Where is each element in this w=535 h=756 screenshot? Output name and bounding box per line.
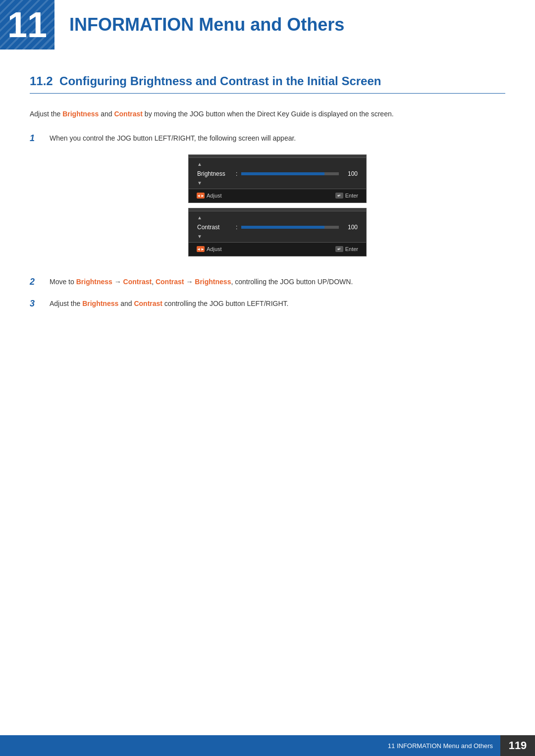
- intro-brightness-highlight: Brightness: [62, 110, 99, 118]
- osd-contrast-adjust-item: ◄► Adjust: [197, 245, 222, 254]
- step2-brightness2: Brightness: [195, 278, 231, 286]
- osd-adjust-icon: ◄►: [197, 193, 205, 199]
- section-heading: Configuring Brightness and Contrast in t…: [59, 74, 381, 88]
- main-content: 11.2 Configuring Brightness and Contrast…: [0, 64, 535, 349]
- osd-contrast-arrow-down: ▼: [197, 234, 360, 239]
- osd-brightness-screen: ▲ Brightness : 100 ▼ ◄►: [188, 154, 367, 203]
- osd-brightness-arrow-down: ▼: [197, 181, 360, 186]
- osd-contrast-adjust-label: Adjust: [207, 245, 222, 254]
- osd-brightness-fill: [241, 172, 324, 175]
- footer-chapter-text: 11 INFORMATION Menu and Others: [388, 742, 500, 750]
- step-1-number: 1: [30, 133, 50, 144]
- osd-contrast-bar: [241, 226, 339, 229]
- osd-contrast-footer: ◄► Adjust ↵ Enter: [189, 242, 366, 256]
- osd-brightness-arrow-up: ▲: [197, 162, 360, 167]
- section-number: 11.2: [30, 74, 53, 88]
- step-3: 3 Adjust the Brightness and Contrast con…: [30, 298, 505, 310]
- chapter-title: INFORMATION Menu and Others: [54, 0, 344, 50]
- osd-brightness-label: Brightness: [197, 169, 232, 179]
- step3-contrast: Contrast: [134, 300, 162, 307]
- osd-adjust-label: Adjust: [207, 191, 222, 201]
- osd-brightness-row: Brightness : 100: [195, 167, 360, 181]
- osd-contrast-adjust-icon: ◄►: [197, 246, 205, 252]
- step-1-text: When you control the JOG button LEFT/RIG…: [50, 134, 296, 142]
- osd-contrast-row: Contrast : 100: [195, 220, 360, 234]
- step3-brightness: Brightness: [82, 300, 118, 307]
- intro-paragraph: Adjust the Brightness and Contrast by mo…: [30, 108, 505, 120]
- page-footer: 11 INFORMATION Menu and Others 119: [0, 735, 535, 756]
- chapter-number: 11: [7, 7, 47, 43]
- step-3-number: 3: [30, 299, 50, 309]
- osd-contrast-value: 100: [343, 222, 358, 232]
- osd-brightness-footer: ◄► Adjust ↵ Enter: [189, 189, 366, 202]
- step-1: 1 When you control the JOG button LEFT/R…: [30, 133, 505, 266]
- section-title: 11.2 Configuring Brightness and Contrast…: [30, 74, 505, 94]
- step2-brightness1: Brightness: [76, 278, 112, 286]
- step2-contrast1: Contrast: [123, 278, 152, 286]
- osd-contrast-enter-item: ↵ Enter: [335, 245, 358, 254]
- osd-enter-label: Enter: [345, 191, 358, 201]
- osd-brightness-body: ▲ Brightness : 100 ▼: [189, 158, 366, 189]
- osd-contrast-arrow-up: ▲: [197, 215, 360, 220]
- footer-page-number: 119: [500, 735, 535, 756]
- intro-contrast-highlight: Contrast: [114, 110, 143, 118]
- step-1-content: When you control the JOG button LEFT/RIG…: [50, 133, 505, 266]
- osd-contrast-fill: [241, 226, 324, 229]
- osd-brightness-colon: :: [236, 169, 237, 179]
- page-header: 11 INFORMATION Menu and Others: [0, 0, 535, 59]
- step-3-content: Adjust the Brightness and Contrast contr…: [50, 298, 505, 310]
- osd-screens-container: ▲ Brightness : 100 ▼ ◄►: [183, 154, 372, 256]
- intro-text-before1: Adjust the: [30, 110, 62, 118]
- osd-contrast-label: Contrast: [197, 222, 232, 232]
- osd-brightness-adjust-item: ◄► Adjust: [197, 191, 222, 201]
- osd-contrast-body: ▲ Contrast : 100 ▼: [189, 211, 366, 242]
- osd-enter-icon: ↵: [335, 193, 343, 199]
- intro-text-between: and: [99, 110, 114, 118]
- osd-contrast-enter-label: Enter: [345, 245, 358, 254]
- step-2-content: Move to Brightness → Contrast, Contrast …: [50, 276, 505, 288]
- osd-brightness-bar: [241, 172, 339, 175]
- step2-contrast2: Contrast: [156, 278, 184, 286]
- osd-brightness-enter-item: ↵ Enter: [335, 191, 358, 201]
- osd-brightness-value: 100: [343, 169, 358, 179]
- osd-contrast-screen: ▲ Contrast : 100 ▼ ◄►: [188, 208, 367, 256]
- step-2-number: 2: [30, 277, 50, 287]
- intro-text-after: by moving the JOG button when the Direct…: [143, 110, 394, 118]
- osd-contrast-colon: :: [236, 222, 237, 232]
- step-2: 2 Move to Brightness → Contrast, Contras…: [30, 276, 505, 288]
- chapter-number-block: 11: [0, 0, 54, 50]
- osd-contrast-enter-icon: ↵: [335, 246, 343, 252]
